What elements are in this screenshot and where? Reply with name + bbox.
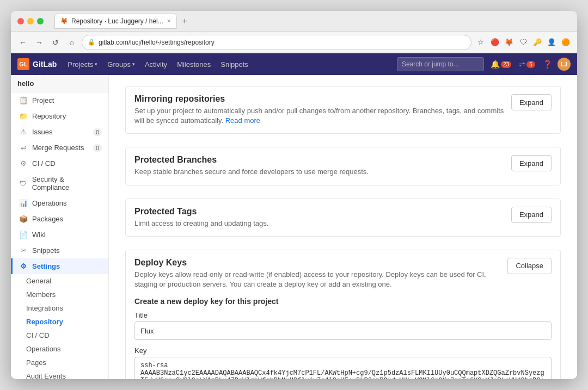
sidebar-item-settings-label: Settings: [32, 262, 60, 270]
sidebar-item-cicd[interactable]: ⚙ CI / CD: [11, 156, 108, 171]
extensions-icon[interactable]: 🔴: [489, 36, 501, 48]
sidebar-item-packages[interactable]: 📦 Packages: [11, 211, 108, 227]
sidebar: hello 📋 Project 📁 Repository ⚠ Issues 0 …: [11, 75, 109, 379]
sidebar-item-security-label: Security & Compliance: [32, 175, 102, 191]
titlebar: 🦊 Repository · Luc Juggery / hel... ✕ +: [11, 11, 577, 32]
protected-tags-expand-button[interactable]: Expand: [511, 207, 552, 223]
notification-badge: 23: [501, 61, 511, 68]
sidebar-item-operations[interactable]: 📊 Operations: [11, 195, 108, 211]
sidebar-item-snippets[interactable]: ✂ Snippets: [11, 243, 108, 258]
mirroring-read-more-link[interactable]: Read more: [225, 116, 260, 125]
protected-branches-section: Protected Branches Keep stable branches …: [125, 147, 561, 185]
merge-requests-icon[interactable]: ⇌ 5: [517, 59, 537, 70]
chevron-down-icon-2: ▾: [132, 61, 135, 67]
sidebar-sub-repository[interactable]: Repository: [11, 315, 108, 329]
nav-projects[interactable]: Projects ▾: [63, 58, 102, 71]
user-icon[interactable]: 👤: [546, 36, 558, 48]
sidebar-sub-members[interactable]: Members: [11, 288, 108, 301]
sidebar-sub-repository-label: Repository: [26, 318, 63, 326]
sidebar-item-repository[interactable]: 📁 Repository: [11, 108, 108, 124]
protected-branches-header: Protected Branches Keep stable branches …: [126, 147, 560, 184]
sidebar-item-issues-label: Issues: [32, 128, 53, 136]
sidebar-item-operations-label: Operations: [32, 199, 67, 207]
address-bar[interactable]: 🔒 gitlab.com/lucj/hello/-/settings/repos…: [82, 35, 471, 50]
nav-activity[interactable]: Activity: [140, 58, 171, 71]
avatar-ext[interactable]: 🟠: [560, 36, 572, 48]
privacy-icon[interactable]: 🛡: [517, 36, 529, 48]
sidebar-sub-audit-events[interactable]: Audit Events: [11, 369, 108, 379]
gitlab-logo-text: GitLab: [33, 60, 57, 69]
gitlab-ext-icon[interactable]: 🦊: [503, 36, 515, 48]
traffic-lights: [17, 18, 44, 24]
nav-milestones[interactable]: Milestones: [173, 58, 215, 71]
sidebar-item-project-label: Project: [32, 96, 54, 104]
snippets-icon: ✂: [19, 246, 28, 255]
key-icon[interactable]: 🔑: [531, 36, 543, 48]
forward-button[interactable]: →: [33, 36, 46, 49]
gitlab-logo[interactable]: GL GitLab: [17, 58, 57, 70]
nav-snippets-label: Snippets: [220, 60, 248, 69]
issues-badge: 0: [93, 128, 102, 136]
sidebar-item-security[interactable]: 🛡 Security & Compliance: [11, 171, 108, 195]
back-button[interactable]: ←: [16, 36, 29, 49]
sidebar-sub-general[interactable]: General: [11, 274, 108, 288]
key-form-group: Key ssh-rsa AAAAB3NzaC1yc2EAAAADAQABAAAB…: [134, 346, 552, 379]
title-form-group: Title: [134, 311, 552, 340]
title-input[interactable]: [134, 321, 552, 340]
maximize-button[interactable]: [37, 18, 44, 24]
sidebar-item-snippets-label: Snippets: [32, 246, 60, 255]
deploy-keys-collapse-button[interactable]: Collapse: [507, 258, 552, 274]
browser-tab[interactable]: 🦊 Repository · Luc Juggery / hel... ✕: [54, 14, 177, 29]
nav-activity-label: Activity: [145, 60, 167, 69]
sidebar-item-wiki[interactable]: 📄 Wiki: [11, 227, 108, 243]
nav-projects-label: Projects: [68, 60, 93, 69]
gitlab-navbar: GL GitLab Projects ▾ Groups ▾ Activity M…: [11, 53, 577, 75]
key-label: Key: [134, 346, 552, 355]
notifications-icon[interactable]: 🔔 23: [488, 59, 513, 70]
nav-groups[interactable]: Groups ▾: [103, 58, 139, 71]
deploy-keys-desc: Deploy keys allow read-only or read-writ…: [134, 270, 507, 289]
protected-branches-title: Protected Branches: [134, 155, 369, 165]
sidebar-sub-integrations[interactable]: Integrations: [11, 301, 108, 315]
sidebar-sub-cicd[interactable]: CI / CD: [11, 329, 108, 342]
close-button[interactable]: [17, 18, 24, 24]
chevron-down-icon: ▾: [95, 61, 97, 67]
mirroring-title: Mirroring repositories: [134, 94, 511, 104]
issues-icon: ⚠: [19, 128, 28, 136]
sidebar-item-cicd-label: CI / CD: [32, 159, 56, 168]
tab-title: Repository · Luc Juggery / hel...: [71, 17, 163, 25]
packages-icon: 📦: [19, 215, 28, 223]
user-avatar[interactable]: LJ: [558, 58, 571, 71]
sidebar-item-issues[interactable]: ⚠ Issues 0: [11, 124, 108, 140]
protected-branches-text: Protected Branches Keep stable branches …: [134, 155, 369, 177]
project-icon: 📋: [19, 96, 28, 104]
sidebar-item-settings[interactable]: ⚙ Settings: [11, 258, 108, 274]
sidebar-project-name: hello: [11, 75, 108, 92]
minimize-button[interactable]: [27, 18, 34, 24]
sidebar-sub-general-label: General: [26, 277, 51, 285]
protected-tags-header: Protected Tags Limit access to creating …: [126, 199, 560, 236]
protected-branches-expand-button[interactable]: Expand: [511, 155, 552, 171]
help-icon[interactable]: ❓: [541, 59, 554, 70]
deploy-keys-header: Deploy Keys Deploy keys allow read-only …: [126, 250, 560, 297]
tab-bar: 🦊 Repository · Luc Juggery / hel... ✕ +: [54, 14, 571, 29]
nav-search-area: 🔔 23 ⇌ 5 ❓ LJ: [397, 57, 571, 71]
home-button[interactable]: ⌂: [65, 36, 78, 49]
gitlab-logo-icon: GL: [17, 58, 29, 70]
sidebar-item-merge-requests[interactable]: ⇌ Merge Requests 0: [11, 140, 108, 156]
main-content: Mirroring repositories Set up your proje…: [109, 75, 577, 379]
key-textarea[interactable]: ssh-rsa AAAAB3NzaC1yc2EAAAADAQABAAABAQCx…: [134, 357, 552, 379]
tab-close-button[interactable]: ✕: [167, 18, 171, 24]
refresh-button[interactable]: ↺: [49, 36, 62, 49]
deploy-keys-form-heading: Create a new deploy key for this project: [134, 297, 552, 306]
sidebar-item-project[interactable]: 📋 Project: [11, 92, 108, 108]
global-search-input[interactable]: [397, 57, 484, 71]
sidebar-sub-operations[interactable]: Operations: [11, 342, 108, 356]
new-tab-button[interactable]: +: [180, 16, 189, 26]
nav-snippets[interactable]: Snippets: [216, 58, 253, 71]
mirroring-expand-button[interactable]: Expand: [511, 94, 552, 110]
browser-bar: ← → ↺ ⌂ 🔒 gitlab.com/lucj/hello/-/settin…: [11, 32, 577, 53]
sidebar-sub-pages[interactable]: Pages: [11, 356, 108, 369]
bookmark-icon[interactable]: ☆: [475, 36, 487, 48]
deploy-keys-section: Deploy Keys Deploy keys allow read-only …: [125, 250, 561, 379]
